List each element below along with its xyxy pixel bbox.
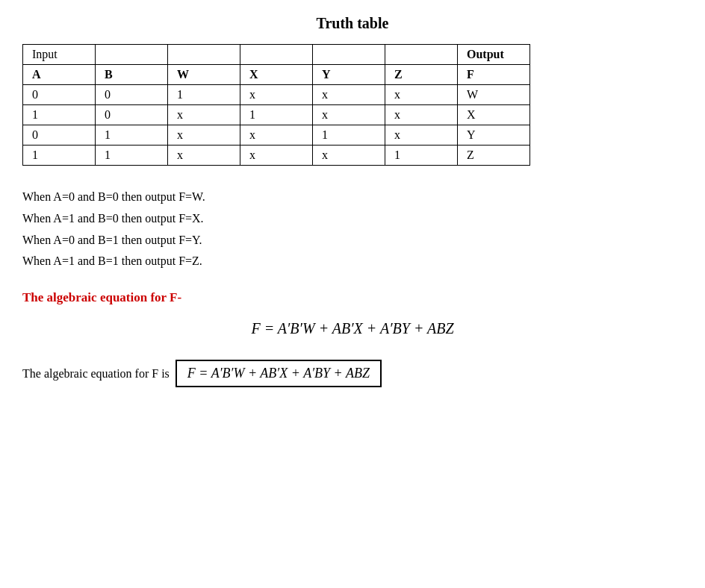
table-row: 0 1 x x 1 x Y xyxy=(23,125,530,146)
page-title: Truth table xyxy=(22,15,683,32)
cell-r2-A: 1 xyxy=(23,105,96,125)
col-header-B: B xyxy=(96,65,168,85)
cell-r3-X: x xyxy=(240,125,313,146)
cell-r2-F: X xyxy=(458,105,530,125)
cell-r4-F: Z xyxy=(458,146,530,166)
header-empty-1 xyxy=(96,45,168,65)
header-empty-5 xyxy=(385,45,458,65)
table-row: 1 1 x x x 1 Z xyxy=(23,146,530,166)
desc-line-3: When A=0 and B=1 then output F=Y. xyxy=(22,230,683,251)
cell-r1-Z: x xyxy=(385,85,458,105)
final-equation-label: The algebraic equation for F is xyxy=(22,367,170,381)
cell-r3-Y: 1 xyxy=(313,125,385,146)
descriptions-block: When A=0 and B=0 then output F=W. When A… xyxy=(22,187,683,272)
cell-r4-Y: x xyxy=(313,146,385,166)
truth-table: Input Output A B W X Y Z F 0 0 1 x x x W… xyxy=(22,44,530,166)
cell-r2-W: x xyxy=(168,105,240,125)
header-empty-2 xyxy=(168,45,240,65)
cell-r4-B: 1 xyxy=(96,146,168,166)
cell-r3-A: 0 xyxy=(23,125,96,146)
col-header-X: X xyxy=(240,65,313,85)
table-header-row: Input Output xyxy=(23,45,530,65)
cell-r4-X: x xyxy=(240,146,313,166)
cell-r4-A: 1 xyxy=(23,146,96,166)
final-equation-row: The algebraic equation for F is F = A′B′… xyxy=(22,360,683,387)
cell-r2-X: 1 xyxy=(240,105,313,125)
algebraic-heading: The algebraic equation for F- xyxy=(22,290,683,305)
cell-r2-Y: x xyxy=(313,105,385,125)
header-empty-4 xyxy=(313,45,385,65)
cell-r3-F: Y xyxy=(458,125,530,146)
cell-r4-W: x xyxy=(168,146,240,166)
cell-r3-Z: x xyxy=(385,125,458,146)
cell-r1-A: 0 xyxy=(23,85,96,105)
cell-r1-X: x xyxy=(240,85,313,105)
cell-r3-W: x xyxy=(168,125,240,146)
col-header-F: F xyxy=(458,65,530,85)
cell-r1-W: 1 xyxy=(168,85,240,105)
table-row: 1 0 x 1 x x X xyxy=(23,105,530,125)
table-col-header-row: A B W X Y Z F xyxy=(23,65,530,85)
cell-r2-Z: x xyxy=(385,105,458,125)
desc-line-2: When A=1 and B=0 then output F=X. xyxy=(22,208,683,230)
cell-r1-B: 0 xyxy=(96,85,168,105)
col-header-Z: Z xyxy=(385,65,458,85)
cell-r3-B: 1 xyxy=(96,125,168,146)
desc-line-1: When A=0 and B=0 then output F=W. xyxy=(22,187,683,208)
cell-r4-Z: 1 xyxy=(385,146,458,166)
boxed-equation: F = A′B′W + AB′X + A′BY + ABZ xyxy=(176,360,382,387)
col-header-A: A xyxy=(23,65,96,85)
desc-line-4: When A=1 and B=1 then output F=Z. xyxy=(22,251,683,272)
input-label: Input xyxy=(23,45,96,65)
cell-r1-F: W xyxy=(458,85,530,105)
col-header-Y: Y xyxy=(313,65,385,85)
col-header-W: W xyxy=(168,65,240,85)
table-row: 0 0 1 x x x W xyxy=(23,85,530,105)
cell-r1-Y: x xyxy=(313,85,385,105)
header-empty-3 xyxy=(240,45,313,65)
cell-r2-B: 0 xyxy=(96,105,168,125)
main-equation: F = A′B′W + AB′X + A′BY + ABZ xyxy=(22,320,683,337)
output-label: Output xyxy=(458,45,530,65)
